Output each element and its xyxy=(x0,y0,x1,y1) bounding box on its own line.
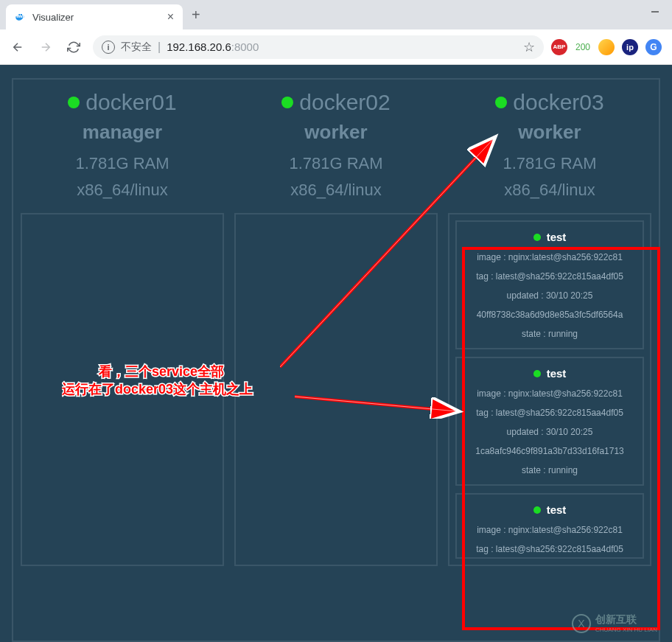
svg-text:运行在了docker03这个主机之上: 运行在了docker03这个主机之上 xyxy=(62,382,253,397)
adblock-extension-icon[interactable]: ABP xyxy=(551,39,567,55)
service-id: 40ff8738c38a6d9d8e85a3fc5df6564a xyxy=(457,310,643,320)
browser-window: Visualizer × + i 不安全 | 192.168.20.6:8000… xyxy=(0,0,672,65)
watermark-logo-icon: X xyxy=(572,614,591,633)
insecure-label: 不安全 xyxy=(121,41,152,54)
tab-bar: Visualizer × + xyxy=(0,0,672,29)
status-dot-icon xyxy=(495,97,507,108)
service-image: image : nginx:latest@sha256:922c81 xyxy=(457,388,643,399)
reload-button[interactable] xyxy=(62,35,85,59)
forward-button[interactable] xyxy=(34,35,57,59)
bookmark-star-icon[interactable]: ☆ xyxy=(523,39,535,55)
service-tag: tag : latest@sha256:922c815aa4df05 xyxy=(457,544,643,554)
visualizer-page: docker01 manager 1.781G RAM x86_64/linux… xyxy=(0,65,672,642)
service-name: test xyxy=(547,367,567,380)
status-dot-icon xyxy=(533,234,541,241)
node-role: worker xyxy=(448,121,651,144)
service-name: test xyxy=(547,231,567,243)
browser-tab[interactable]: Visualizer × xyxy=(6,4,183,29)
extension-badge[interactable]: 200 xyxy=(575,39,591,55)
service-state: state : running xyxy=(457,329,643,339)
services-container: test image : nginx:latest@sha256:922c81 … xyxy=(448,213,651,566)
service-image: image : nginx:latest@sha256:922c81 xyxy=(457,525,643,535)
watermark: X 创新互联 CHUANG XIN HU LIAN xyxy=(572,613,657,633)
service-state: state : running xyxy=(457,465,643,475)
service-updated: updated : 30/10 20:25 xyxy=(457,427,643,437)
extension-icon[interactable] xyxy=(598,39,615,55)
swarm-cluster-panel: docker01 manager 1.781G RAM x86_64/linux… xyxy=(12,78,660,642)
service-tag: tag : latest@sha256:922c815aa4df05 xyxy=(457,271,643,282)
new-tab-button[interactable]: + xyxy=(192,7,200,24)
watermark-text: 创新互联 xyxy=(595,613,657,627)
svg-text:看，三个service全部: 看，三个service全部 xyxy=(98,364,224,379)
node-role: manager xyxy=(21,121,224,144)
window-minimize-button[interactable] xyxy=(638,0,672,24)
node-ram: 1.781G RAM xyxy=(234,154,438,173)
service-name: test xyxy=(547,503,567,516)
service-id: 1ca8afc946c9f891a3b7d33d16fa1713 xyxy=(457,446,643,456)
node-arch: x86_64/linux xyxy=(21,181,224,200)
tab-close-icon[interactable]: × xyxy=(167,10,174,24)
service-card[interactable]: test image : nginx:latest@sha256:922c81 … xyxy=(455,493,644,559)
service-image: image : nginx:latest@sha256:922c81 xyxy=(457,252,643,262)
navigation-bar: i 不安全 | 192.168.20.6:8000 ☆ ABP 200 ip G xyxy=(0,29,672,65)
node-column-docker02: docker02 worker 1.781G RAM x86_64/linux xyxy=(234,90,438,566)
service-card[interactable]: test image : nginx:latest@sha256:922c81 … xyxy=(455,357,644,486)
node-arch: x86_64/linux xyxy=(448,181,651,200)
url-text: 192.168.20.6:8000 xyxy=(167,41,259,53)
node-name: docker01 xyxy=(85,90,176,115)
node-arch: x86_64/linux xyxy=(234,181,438,200)
extension-icons: ABP 200 ip G xyxy=(551,39,666,55)
service-updated: updated : 30/10 20:25 xyxy=(457,290,643,301)
node-ram: 1.781G RAM xyxy=(448,154,651,173)
node-name: docker03 xyxy=(513,90,603,115)
node-column-docker01: docker01 manager 1.781G RAM x86_64/linux xyxy=(21,90,224,566)
divider: | xyxy=(158,41,161,54)
status-dot-icon xyxy=(68,97,80,108)
annotation-text: 看，三个service全部 运行在了docker03这个主机之上 xyxy=(62,361,298,402)
status-dot-icon xyxy=(281,97,293,108)
service-card[interactable]: test image : nginx:latest@sha256:922c81 … xyxy=(455,220,644,349)
site-info-icon[interactable]: i xyxy=(102,41,115,54)
google-extension-icon[interactable]: G xyxy=(645,39,662,55)
service-tag: tag : latest@sha256:922c815aa4df05 xyxy=(457,408,643,418)
status-dot-icon xyxy=(533,370,541,377)
node-ram: 1.781G RAM xyxy=(21,154,224,173)
tab-title: Visualizer xyxy=(32,12,161,23)
status-dot-icon xyxy=(533,506,541,514)
ip-extension-icon[interactable]: ip xyxy=(622,39,638,55)
address-bar[interactable]: i 不安全 | 192.168.20.6:8000 ☆ xyxy=(93,35,544,59)
node-name: docker02 xyxy=(299,90,390,115)
watermark-subtext: CHUANG XIN HU LIAN xyxy=(595,627,657,633)
node-role: worker xyxy=(234,121,438,144)
back-button[interactable] xyxy=(6,35,29,59)
docker-favicon-icon xyxy=(15,11,27,23)
node-column-docker03: docker03 worker 1.781G RAM x86_64/linux … xyxy=(448,90,651,566)
